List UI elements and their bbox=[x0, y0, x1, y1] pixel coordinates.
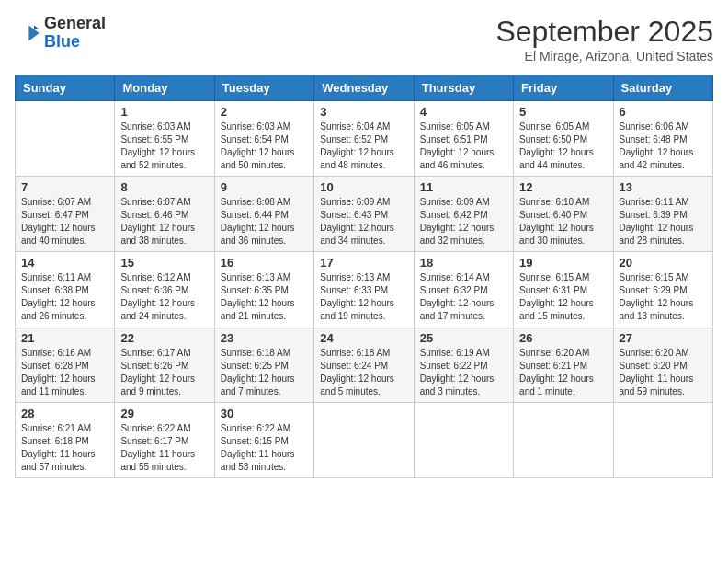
day-info: Sunrise: 6:18 AMSunset: 6:25 PMDaylight:… bbox=[221, 347, 308, 398]
day-number: 8 bbox=[120, 180, 208, 194]
calendar-cell bbox=[613, 403, 712, 478]
day-number: 9 bbox=[221, 180, 308, 194]
day-number: 13 bbox=[620, 180, 707, 194]
day-number: 28 bbox=[21, 407, 108, 420]
calendar-cell: 21Sunrise: 6:16 AMSunset: 6:28 PMDayligh… bbox=[16, 327, 115, 403]
calendar-week-2: 7Sunrise: 6:07 AMSunset: 6:47 PMDaylight… bbox=[16, 177, 713, 252]
day-number: 3 bbox=[320, 105, 407, 119]
calendar-cell bbox=[16, 101, 115, 177]
day-info: Sunrise: 6:20 AMSunset: 6:21 PMDaylight:… bbox=[519, 347, 607, 398]
day-number: 18 bbox=[420, 256, 507, 270]
day-info: Sunrise: 6:12 AMSunset: 6:36 PMDaylight:… bbox=[120, 271, 208, 323]
calendar-cell: 16Sunrise: 6:13 AMSunset: 6:35 PMDayligh… bbox=[214, 252, 313, 327]
day-number: 10 bbox=[320, 180, 407, 194]
location-title: El Mirage, Arizona, United States bbox=[495, 49, 713, 63]
day-info: Sunrise: 6:17 AMSunset: 6:26 PMDaylight:… bbox=[120, 347, 208, 398]
day-info: Sunrise: 6:03 AMSunset: 6:54 PMDaylight:… bbox=[221, 121, 308, 172]
day-number: 17 bbox=[320, 256, 407, 270]
month-title: September 2025 bbox=[495, 15, 713, 49]
calendar-cell: 5Sunrise: 6:05 AMSunset: 6:50 PMDaylight… bbox=[514, 101, 613, 177]
logo: General Blue bbox=[15, 15, 106, 52]
calendar-week-4: 21Sunrise: 6:16 AMSunset: 6:28 PMDayligh… bbox=[16, 327, 713, 403]
calendar-week-5: 28Sunrise: 6:21 AMSunset: 6:18 PMDayligh… bbox=[16, 403, 713, 478]
calendar-cell: 17Sunrise: 6:13 AMSunset: 6:33 PMDayligh… bbox=[314, 252, 414, 327]
day-header-wednesday: Wednesday bbox=[314, 75, 414, 101]
day-header-sunday: Sunday bbox=[16, 75, 115, 101]
day-number: 23 bbox=[221, 331, 308, 345]
calendar-cell bbox=[414, 403, 513, 478]
day-number: 30 bbox=[221, 407, 308, 420]
calendar-week-1: 1Sunrise: 6:03 AMSunset: 6:55 PMDaylight… bbox=[16, 101, 713, 177]
calendar-cell: 24Sunrise: 6:18 AMSunset: 6:24 PMDayligh… bbox=[314, 327, 414, 403]
day-number: 14 bbox=[21, 256, 108, 270]
calendar-cell: 27Sunrise: 6:20 AMSunset: 6:20 PMDayligh… bbox=[613, 327, 712, 403]
calendar-cell bbox=[514, 403, 613, 478]
day-number: 20 bbox=[620, 256, 707, 270]
day-info: Sunrise: 6:04 AMSunset: 6:52 PMDaylight:… bbox=[320, 121, 407, 172]
day-header-tuesday: Tuesday bbox=[214, 75, 313, 101]
day-number: 11 bbox=[420, 180, 507, 194]
logo-blue: Blue bbox=[44, 32, 80, 51]
day-header-saturday: Saturday bbox=[613, 75, 712, 101]
day-info: Sunrise: 6:09 AMSunset: 6:42 PMDaylight:… bbox=[420, 196, 507, 247]
day-info: Sunrise: 6:11 AMSunset: 6:39 PMDaylight:… bbox=[620, 196, 707, 247]
calendar-cell: 19Sunrise: 6:15 AMSunset: 6:31 PMDayligh… bbox=[514, 252, 613, 327]
day-info: Sunrise: 6:06 AMSunset: 6:48 PMDaylight:… bbox=[620, 121, 707, 172]
day-number: 4 bbox=[420, 105, 507, 119]
calendar-cell bbox=[314, 403, 414, 478]
day-number: 22 bbox=[120, 331, 208, 345]
day-info: Sunrise: 6:16 AMSunset: 6:28 PMDaylight:… bbox=[21, 347, 108, 398]
calendar-cell: 15Sunrise: 6:12 AMSunset: 6:36 PMDayligh… bbox=[115, 252, 214, 327]
day-number: 25 bbox=[420, 331, 507, 345]
day-number: 15 bbox=[120, 256, 208, 270]
day-info: Sunrise: 6:07 AMSunset: 6:47 PMDaylight:… bbox=[21, 196, 108, 247]
calendar-cell: 12Sunrise: 6:10 AMSunset: 6:40 PMDayligh… bbox=[514, 177, 613, 252]
logo-icon bbox=[15, 20, 40, 46]
day-info: Sunrise: 6:08 AMSunset: 6:44 PMDaylight:… bbox=[221, 196, 308, 247]
calendar-table: SundayMondayTuesdayWednesdayThursdayFrid… bbox=[15, 75, 713, 478]
day-number: 5 bbox=[519, 105, 607, 119]
day-header-thursday: Thursday bbox=[414, 75, 513, 101]
day-info: Sunrise: 6:13 AMSunset: 6:33 PMDaylight:… bbox=[320, 271, 407, 323]
day-info: Sunrise: 6:05 AMSunset: 6:50 PMDaylight:… bbox=[519, 121, 607, 172]
calendar-cell: 2Sunrise: 6:03 AMSunset: 6:54 PMDaylight… bbox=[214, 101, 313, 177]
calendar-header-row: SundayMondayTuesdayWednesdayThursdayFrid… bbox=[16, 75, 713, 101]
calendar-cell: 28Sunrise: 6:21 AMSunset: 6:18 PMDayligh… bbox=[16, 403, 115, 478]
day-number: 2 bbox=[221, 105, 308, 119]
calendar-cell: 11Sunrise: 6:09 AMSunset: 6:42 PMDayligh… bbox=[414, 177, 513, 252]
day-number: 29 bbox=[120, 407, 208, 420]
calendar-cell: 7Sunrise: 6:07 AMSunset: 6:47 PMDaylight… bbox=[16, 177, 115, 252]
day-number: 26 bbox=[519, 331, 607, 345]
day-info: Sunrise: 6:10 AMSunset: 6:40 PMDaylight:… bbox=[519, 196, 607, 247]
day-info: Sunrise: 6:22 AMSunset: 6:17 PMDaylight:… bbox=[120, 422, 208, 474]
calendar-cell: 29Sunrise: 6:22 AMSunset: 6:17 PMDayligh… bbox=[115, 403, 214, 478]
calendar-cell: 22Sunrise: 6:17 AMSunset: 6:26 PMDayligh… bbox=[115, 327, 214, 403]
day-number: 27 bbox=[620, 331, 707, 345]
day-header-monday: Monday bbox=[115, 75, 214, 101]
title-block: September 2025 El Mirage, Arizona, Unite… bbox=[495, 15, 713, 63]
calendar-cell: 25Sunrise: 6:19 AMSunset: 6:22 PMDayligh… bbox=[414, 327, 513, 403]
calendar-week-3: 14Sunrise: 6:11 AMSunset: 6:38 PMDayligh… bbox=[16, 252, 713, 327]
calendar-cell: 26Sunrise: 6:20 AMSunset: 6:21 PMDayligh… bbox=[514, 327, 613, 403]
day-info: Sunrise: 6:21 AMSunset: 6:18 PMDaylight:… bbox=[21, 422, 108, 474]
day-info: Sunrise: 6:15 AMSunset: 6:29 PMDaylight:… bbox=[620, 271, 707, 323]
svg-marker-1 bbox=[34, 25, 40, 29]
day-info: Sunrise: 6:07 AMSunset: 6:46 PMDaylight:… bbox=[120, 196, 208, 247]
day-number: 12 bbox=[519, 180, 607, 194]
calendar-cell: 10Sunrise: 6:09 AMSunset: 6:43 PMDayligh… bbox=[314, 177, 414, 252]
calendar-cell: 18Sunrise: 6:14 AMSunset: 6:32 PMDayligh… bbox=[414, 252, 513, 327]
day-info: Sunrise: 6:20 AMSunset: 6:20 PMDaylight:… bbox=[620, 347, 707, 398]
calendar-cell: 3Sunrise: 6:04 AMSunset: 6:52 PMDaylight… bbox=[314, 101, 414, 177]
day-info: Sunrise: 6:09 AMSunset: 6:43 PMDaylight:… bbox=[320, 196, 407, 247]
day-header-friday: Friday bbox=[514, 75, 613, 101]
calendar-cell: 23Sunrise: 6:18 AMSunset: 6:25 PMDayligh… bbox=[214, 327, 313, 403]
calendar-cell: 9Sunrise: 6:08 AMSunset: 6:44 PMDaylight… bbox=[214, 177, 313, 252]
logo-text: General Blue bbox=[44, 15, 106, 52]
day-info: Sunrise: 6:05 AMSunset: 6:51 PMDaylight:… bbox=[420, 121, 507, 172]
calendar-cell: 30Sunrise: 6:22 AMSunset: 6:15 PMDayligh… bbox=[214, 403, 313, 478]
logo-general: General bbox=[44, 14, 106, 32]
day-info: Sunrise: 6:11 AMSunset: 6:38 PMDaylight:… bbox=[21, 271, 108, 323]
day-number: 21 bbox=[21, 331, 108, 345]
day-info: Sunrise: 6:03 AMSunset: 6:55 PMDaylight:… bbox=[120, 121, 208, 172]
day-number: 19 bbox=[519, 256, 607, 270]
